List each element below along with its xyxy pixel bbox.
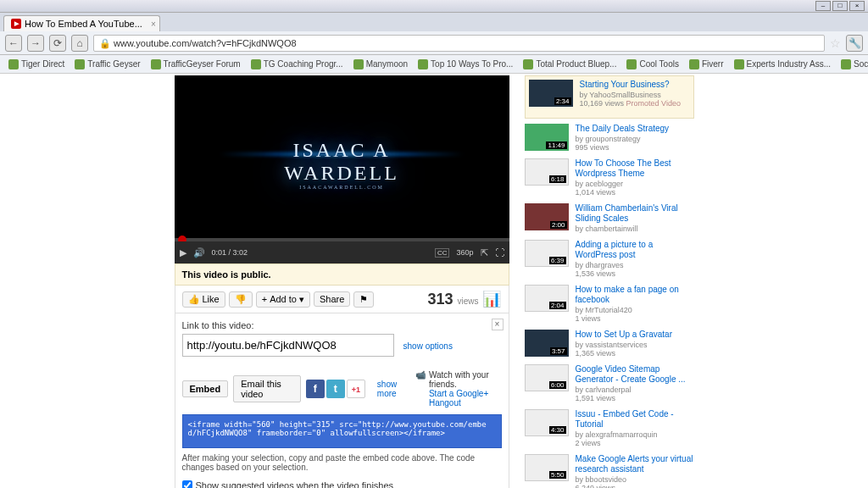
like-button[interactable]: 👍 Like [182,291,225,308]
browser-toolbar: ← → ⟳ ⌂ 🔒 www.youtube.com/watch?v=hFCjkd… [0,31,868,55]
bookmark-item[interactable]: Traffic Geyser [71,58,143,71]
link-label: Link to this video: [182,320,502,330]
wrench-menu-button[interactable]: 🔧 [846,35,863,52]
related-video[interactable]: 6:18How To Choose The Best Wordpress The… [525,158,694,197]
related-title[interactable]: Issuu - Embed Get Code - Tutorial [576,409,694,430]
video-thumbnail: 5:50 [525,454,569,481]
bookmark-item[interactable]: Top 10 Ways To Pro... [415,58,516,71]
related-video[interactable]: 2:00William Chamberlain's Viral Sliding … [525,203,694,233]
hangout-link[interactable]: Start a Google+ Hangout [429,389,502,408]
related-title[interactable]: Adding a picture to a WordPress post [576,240,694,260]
bookmark-item[interactable]: Tiger Direct [5,58,68,71]
embed-tab[interactable]: Embed [182,380,229,397]
url-text: www.youtube.com/watch?v=hFCjkdNWQO8 [114,38,297,48]
video-thumbnail: 11:49 [525,124,569,151]
browser-tab[interactable]: ▶ How To Embed A YouTube... × [3,15,160,31]
related-views: 995 views [576,143,670,152]
tab-title: How To Embed A YouTube... [25,19,142,29]
related-sidebar: 2:34Starting Your Business?by YahooSmall… [525,75,694,488]
home-button[interactable]: ⌂ [71,35,88,52]
bookmark-favicon-icon [523,59,533,69]
url-input[interactable]: 🔒 www.youtube.com/watch?v=hFCjkdNWQO8 [93,35,825,52]
related-video[interactable]: 6:00Google Video Sitemap Generator - Cre… [525,364,694,402]
popout-icon[interactable]: ⇱ [481,247,488,258]
bookmark-favicon-icon [841,59,851,69]
bookmark-item[interactable]: Fiverr [686,58,727,71]
duration-badge: 2:34 [554,97,571,105]
related-title[interactable]: How to make a fan page on facebook [576,285,694,305]
related-title[interactable]: How To Choose The Best Wordpress Theme [576,158,694,179]
view-count: 313 views 📊 [427,290,501,308]
quality-button[interactable]: 360p [456,248,473,257]
addto-button[interactable]: + Add to ▾ [256,291,310,308]
embed-code-textarea[interactable]: <iframe width="560" height="315" src="ht… [182,414,502,448]
related-video[interactable]: 3:57How to Set Up a Gravatarby vassistan… [525,330,694,358]
reload-button[interactable]: ⟳ [49,35,66,52]
dislike-button[interactable]: 👎 [229,291,253,308]
related-views: 1,365 views [576,349,673,358]
related-video[interactable]: 5:50Make Google Alerts your virtual rese… [525,454,694,488]
bookmark-favicon-icon [734,59,744,69]
video-thumbnail: 4:30 [525,409,569,436]
forward-button[interactable]: → [27,35,44,52]
show-more-link[interactable]: show more [377,380,410,398]
bookmark-item[interactable]: Total Product Bluep... [520,58,620,71]
bookmark-item[interactable]: Cool Tools [623,58,682,71]
link-input[interactable] [182,334,394,357]
cc-button[interactable]: CC [435,248,450,258]
related-title[interactable]: Google Video Sitemap Generator - Create … [576,364,694,385]
related-title[interactable]: Starting Your Business? [580,80,681,90]
window-minimize[interactable]: – [815,1,831,11]
flag-button[interactable]: ⚑ [353,291,374,308]
facebook-icon[interactable]: f [306,380,325,398]
hangout-promo: 📹 Watch with your friends. Start a Googl… [415,370,502,408]
bookmark-label: Manymoon [366,59,408,69]
related-author: by MrTutorial420 [576,306,694,314]
related-title[interactable]: The Daily Deals Strategy [576,124,670,134]
back-button[interactable]: ← [5,35,22,52]
video-player[interactable]: ISAAC A WARDELL ISAACAWARDELL.COM ▶ 🔊 0:… [175,75,509,263]
bookmark-item[interactable]: Experts Industry Ass... [731,58,834,71]
player-controls: ▶ 🔊 0:01 / 3:02 CC 360p ⇱ ⛶ [175,241,509,263]
related-video[interactable]: 2:34Starting Your Business?by YahooSmall… [529,80,690,108]
email-tab[interactable]: Email this video [233,375,301,402]
related-title[interactable]: William Chamberlain's Viral Sliding Scal… [576,203,694,224]
bookmark-label: TrafficGeyser Forum [164,59,241,69]
show-options-link[interactable]: show options [403,341,453,351]
related-author: by vassistantservices [576,341,673,349]
close-icon[interactable]: × [151,19,156,29]
window-close[interactable]: × [849,1,865,11]
bookmark-item[interactable]: Social Media Promo... [837,58,868,71]
share-panel: × Link to this video: show options Embed… [175,313,509,488]
related-author: by aceblogger [576,180,694,188]
window-maximize[interactable]: □ [832,1,848,11]
option-checkbox[interactable] [182,480,192,488]
related-author: by grouponstrategy [576,135,670,143]
bookmark-star-icon[interactable]: ☆ [830,36,841,50]
option-label: Show suggested videos when the video fin… [196,480,394,488]
related-views: 1,014 views [576,188,694,197]
bookmark-item[interactable]: TrafficGeyser Forum [147,58,244,71]
bookmark-label: Experts Industry Ass... [747,59,831,69]
related-title[interactable]: How to Set Up a Gravatar [576,330,673,340]
close-panel-button[interactable]: × [492,319,504,330]
browser-tab-bar: ▶ How To Embed A YouTube... × [0,13,868,31]
volume-icon[interactable]: 🔊 [193,247,205,258]
video-thumbnail: 3:57 [525,330,569,357]
fullscreen-icon[interactable]: ⛶ [495,247,504,258]
related-video[interactable]: 6:39Adding a picture to a WordPress post… [525,240,694,278]
related-title[interactable]: Make Google Alerts your virtual research… [576,454,694,474]
bookmark-item[interactable]: Manymoon [350,58,411,71]
play-button[interactable]: ▶ [180,247,186,258]
share-button[interactable]: Share [314,291,350,307]
duration-badge: 3:57 [550,347,567,355]
bookmark-label: Fiverr [702,59,724,69]
related-video[interactable]: 2:04How to make a fan page on facebookby… [525,285,694,323]
bookmark-item[interactable]: TG Coaching Progr... [248,58,347,71]
related-video[interactable]: 4:30Issuu - Embed Get Code - Tutorialby … [525,409,694,447]
related-video[interactable]: 11:49The Daily Deals Strategyby groupons… [525,124,694,152]
window-titlebar: – □ × [0,0,868,13]
duration-badge: 6:39 [549,257,566,264]
googleplus-icon[interactable]: +1 [347,380,365,398]
twitter-icon[interactable]: t [326,380,345,398]
